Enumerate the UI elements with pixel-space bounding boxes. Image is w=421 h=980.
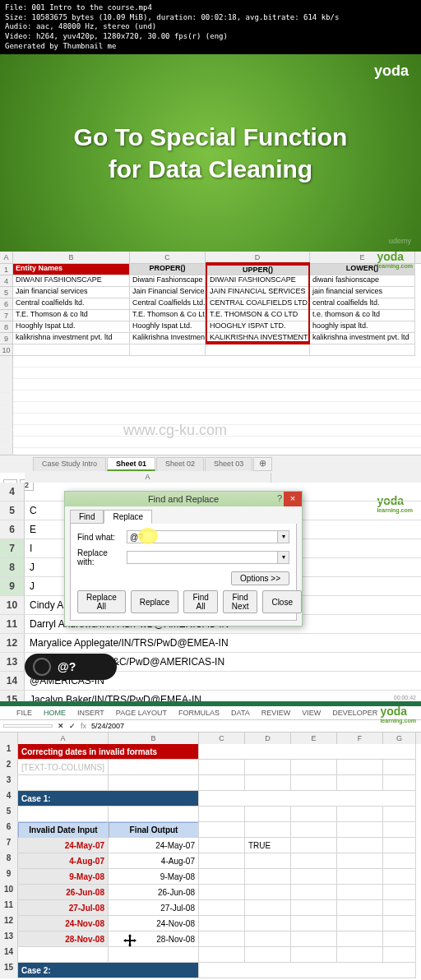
invalid-date[interactable]: 28-Nov-08 <box>18 931 109 947</box>
cell-upper[interactable]: DIWANI FASHIONSCAPE <box>206 275 310 287</box>
col-A[interactable]: A <box>0 252 13 263</box>
row-num[interactable]: 4 <box>0 791 18 807</box>
cell-entity[interactable]: kalikrishna investment pvt. ltd <box>13 333 130 344</box>
row-num[interactable]: 10 <box>0 885 18 900</box>
row-num[interactable]: 5 <box>0 807 18 822</box>
final-output[interactable]: 24-May-07 <box>109 838 199 853</box>
tab-file[interactable]: FILE <box>16 709 32 717</box>
cell-lower[interactable]: diwani fashionscape <box>310 275 415 287</box>
row-num[interactable]: 5 <box>0 502 25 520</box>
cell-proper[interactable]: Diwani Fashionscape <box>130 275 206 287</box>
hdr-proper[interactable]: PROPER() <box>130 264 206 275</box>
row-num[interactable]: 5 <box>0 287 13 298</box>
row-num[interactable]: 11 <box>0 615 25 633</box>
row-num[interactable]: 10 <box>0 596 25 614</box>
tab-data[interactable]: DATA <box>231 709 250 717</box>
cell-entity[interactable]: T.E. Thomson & co ltd <box>13 310 130 321</box>
invalid-date[interactable]: 4-Aug-07 <box>18 853 109 869</box>
help-icon[interactable]: ? <box>277 493 282 503</box>
col-A[interactable]: A <box>25 473 271 483</box>
banner-cell[interactable]: Correcting dates in invalid formats <box>18 744 199 760</box>
cell-proper[interactable]: Kalikrishna Investment Pv <box>130 333 206 344</box>
check-cell[interactable] <box>245 931 291 947</box>
row-num[interactable]: 11 <box>0 900 18 916</box>
tab-review[interactable]: REVIEW <box>261 709 291 717</box>
row-num[interactable]: 6 <box>0 822 18 838</box>
cancel-icon[interactable]: ✕ <box>58 722 64 730</box>
close-button[interactable]: Close <box>262 590 302 613</box>
cell-upper[interactable]: T.E. THOMSON & CO LTD <box>206 310 310 321</box>
col-G[interactable]: G <box>383 733 416 744</box>
check-cell[interactable] <box>245 900 291 916</box>
tab-developer[interactable]: DEVELOPER <box>332 709 377 717</box>
row-num[interactable]: 9 <box>0 869 18 885</box>
hdr-entity[interactable]: Entity Names <box>13 264 130 275</box>
cell-proper[interactable]: T.E. Thomson & Co Ltd <box>130 310 206 321</box>
final-output[interactable]: 27-Jul-08 <box>109 900 199 916</box>
dropdown-icon[interactable]: ▾ <box>278 551 289 564</box>
check-cell[interactable] <box>245 885 291 900</box>
tab-find[interactable]: Find <box>70 510 104 524</box>
cell-lower[interactable]: jain financial services <box>310 287 415 298</box>
cell-lower[interactable]: hooghly ispat ltd. <box>310 321 415 333</box>
find-next-button[interactable]: Find Next <box>223 590 258 613</box>
dropdown-icon[interactable]: ▾ <box>278 530 289 543</box>
row-num[interactable]: 14 <box>0 947 18 963</box>
row-num[interactable]: 12 <box>0 916 18 931</box>
row-num[interactable]: 1 <box>0 744 18 760</box>
close-icon[interactable]: × <box>284 492 302 506</box>
dialog-title-bar[interactable]: Find and Replace ? × <box>65 492 302 506</box>
row-num[interactable]: 7 <box>0 838 18 853</box>
tab-insert[interactable]: INSERT <box>77 709 104 717</box>
invalid-date[interactable]: 9-May-08 <box>18 869 109 885</box>
tab-pagelayout[interactable]: PAGE LAYOUT <box>116 709 167 717</box>
final-output[interactable]: 9-May-08 <box>109 869 199 885</box>
replace-button[interactable]: Replace <box>131 590 179 613</box>
add-sheet-icon[interactable]: ⊕ <box>253 457 272 471</box>
row-num[interactable]: 8 <box>0 558 25 576</box>
row-num[interactable]: 14 <box>0 672 25 690</box>
cell-value[interactable]: C <box>25 505 37 516</box>
row-num[interactable]: 9 <box>0 577 25 595</box>
name-box[interactable] <box>3 724 53 728</box>
final-output[interactable]: 24-Nov-08 <box>109 916 199 931</box>
cell-lower[interactable]: kalikrishna investment pvt. ltd <box>310 333 415 344</box>
enter-icon[interactable]: ✓ <box>69 722 76 730</box>
cell-value[interactable]: I <box>25 543 32 554</box>
hdr-upper[interactable]: UPPER() <box>206 264 310 275</box>
check-cell[interactable] <box>245 916 291 931</box>
row-num[interactable]: 8 <box>0 853 18 869</box>
invalid-date[interactable]: 26-Jun-08 <box>18 885 109 900</box>
cell-upper[interactable]: CENTRAL COALFIELDS LTD. <box>206 298 310 310</box>
tab-case-study[interactable]: Case Study Intro <box>33 457 106 471</box>
subtitle-cell[interactable]: [TEXT-TO-COLUMNS] <box>18 760 109 775</box>
row-num[interactable]: 8 <box>0 321 13 333</box>
tab-view[interactable]: VIEW <box>302 709 321 717</box>
row-num[interactable]: 3 <box>0 775 18 791</box>
cell-value[interactable]: E <box>25 524 36 535</box>
row-num[interactable]: 10 <box>0 344 13 356</box>
cell-value[interactable]: J <box>25 562 35 573</box>
row-num[interactable]: 13 <box>0 931 18 947</box>
tab-replace[interactable]: Replace <box>104 510 152 524</box>
fx-icon[interactable]: fx <box>81 722 86 730</box>
find-all-button[interactable]: Find All <box>183 590 217 613</box>
col-B[interactable]: B <box>13 252 130 263</box>
col-F[interactable]: F <box>337 733 383 744</box>
replace-input[interactable] <box>127 551 278 564</box>
cell-entity[interactable]: Central coalfields ltd. <box>13 298 130 310</box>
tab-sheet03[interactable]: Sheet 03 <box>205 457 252 471</box>
replace-all-button[interactable]: Replace All <box>77 590 126 613</box>
col-D[interactable]: D <box>245 733 291 744</box>
check-cell[interactable] <box>245 869 291 885</box>
cell-entity[interactable]: DIWANI FASHIONSCAPE <box>13 275 130 287</box>
cell-proper[interactable]: Central Coalfields Ltd. <box>130 298 206 310</box>
banner-cell[interactable]: Case 1: <box>18 791 199 807</box>
banner-cell[interactable]: Case 2: <box>18 963 199 978</box>
check-cell[interactable] <box>245 853 291 869</box>
final-output[interactable]: 28-Nov-08 <box>109 931 199 947</box>
cell-upper[interactable]: HOOGHLY ISPAT LTD. <box>206 321 310 333</box>
check-cell[interactable]: TRUE <box>245 838 291 853</box>
tab-sheet02[interactable]: Sheet 02 <box>156 457 204 471</box>
col-B[interactable]: B <box>109 733 199 744</box>
